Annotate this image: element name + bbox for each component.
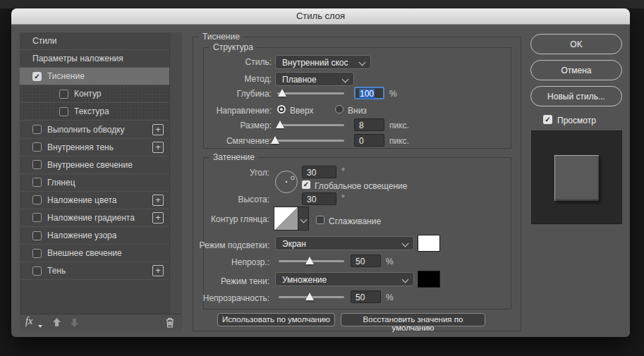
sidebar-item-11[interactable]: Наложение узора xyxy=(20,227,169,245)
depth-unit: % xyxy=(389,89,397,99)
sidebar-item-label: Выполнить обводку xyxy=(47,125,125,135)
add-effect-plus-icon[interactable]: + xyxy=(152,212,164,223)
shadow-opacity-thumb[interactable] xyxy=(305,293,314,300)
sidebar-item-8[interactable]: Глянец xyxy=(20,174,169,192)
direction-down-label[interactable]: Вниз xyxy=(348,106,367,116)
style-label: Стиль: xyxy=(166,57,272,67)
highlight-opacity-unit: % xyxy=(386,257,394,266)
altitude-field[interactable]: 30 xyxy=(302,192,336,205)
add-effect-plus-icon[interactable]: + xyxy=(152,142,164,153)
soften-slider-thumb[interactable] xyxy=(271,136,279,144)
shadow-color-swatch[interactable] xyxy=(418,271,440,288)
unchecked-checkbox-icon[interactable] xyxy=(32,249,42,258)
move-effect-down-icon[interactable] xyxy=(69,317,80,328)
direction-label: Направление: xyxy=(166,106,272,116)
sidebar-item-6[interactable]: Внутренняя тень+ xyxy=(20,139,169,156)
preview-checkbox-label[interactable]: Просмотр xyxy=(557,116,596,125)
angle-field[interactable]: 30 xyxy=(302,166,336,178)
depth-field[interactable]: 100 xyxy=(354,87,384,99)
checked-checkbox-icon[interactable]: ✓ xyxy=(32,72,42,81)
highlight-opacity-label: Непрозр.: xyxy=(164,257,269,267)
highlight-opacity-value: 50 xyxy=(356,257,365,266)
direction-down-radio[interactable] xyxy=(335,105,344,113)
sidebar-item-3[interactable]: Контур xyxy=(20,85,169,103)
style-dropdown-value: Внутренний скос xyxy=(282,58,348,68)
style-preview-thumbnail xyxy=(531,130,622,224)
dialog-titlebar[interactable]: Стиль слоя xyxy=(11,8,630,25)
gloss-contour-dropdown[interactable] xyxy=(298,207,309,231)
depth-slider-thumb[interactable] xyxy=(278,89,286,97)
sidebar-item-4[interactable]: Текстура xyxy=(20,103,169,121)
desktop-background xyxy=(0,0,644,8)
unchecked-checkbox-icon[interactable] xyxy=(32,231,42,240)
altitude-unit: ° xyxy=(341,193,345,203)
sidebar-item-label: Глянец xyxy=(47,178,75,188)
antialias-checkbox[interactable] xyxy=(316,216,324,224)
reset-to-default-button[interactable]: Восстановить значения по умолчанию xyxy=(341,313,485,326)
highlight-opacity-field[interactable]: 50 xyxy=(351,254,381,267)
highlight-opacity-thumb[interactable] xyxy=(305,257,314,264)
unchecked-checkbox-icon[interactable] xyxy=(59,107,68,116)
sidebar-item-5[interactable]: Выполнить обводку+ xyxy=(20,121,169,138)
unchecked-checkbox-icon[interactable] xyxy=(32,125,42,134)
preview-checkbox[interactable]: ✓ xyxy=(543,115,552,124)
sidebar-item-13[interactable]: Тень+ xyxy=(20,262,169,280)
sidebar-list: СтилиПараметры наложения✓ТиснениеКонтурТ… xyxy=(20,32,169,314)
unchecked-checkbox-icon[interactable] xyxy=(32,178,42,187)
styles-sidebar: СтилиПараметры наложения✓ТиснениеКонтурТ… xyxy=(20,32,182,331)
angle-field-value: 30 xyxy=(307,168,316,178)
unchecked-checkbox-icon[interactable] xyxy=(32,142,42,152)
style-dropdown[interactable]: Внутренний скос xyxy=(275,55,371,69)
gloss-contour-thumbnail[interactable] xyxy=(274,207,298,231)
depth-slider-track[interactable] xyxy=(277,92,344,94)
soften-field[interactable]: 0 xyxy=(354,134,384,147)
angle-dial[interactable] xyxy=(274,170,298,194)
add-effect-plus-icon[interactable]: + xyxy=(152,195,164,206)
sidebar-item-0[interactable]: Стили xyxy=(20,32,169,50)
direction-up-label[interactable]: Вверх xyxy=(290,106,313,116)
structure-group-title: Структура xyxy=(209,42,257,52)
new-style-button[interactable]: Новый стиль... xyxy=(530,86,622,106)
soften-slider-track[interactable] xyxy=(275,140,344,142)
shadow-mode-dropdown[interactable]: Умножение xyxy=(275,272,414,286)
fx-menu-button[interactable]: fx xyxy=(25,316,32,327)
add-effect-plus-icon[interactable]: + xyxy=(152,265,164,276)
use-as-default-button[interactable]: Использовать по умолчанию xyxy=(217,313,335,326)
global-light-checkbox[interactable]: ✓ xyxy=(302,180,310,189)
soften-field-value: 0 xyxy=(359,136,364,146)
sidebar-item-10[interactable]: Наложение градиента+ xyxy=(20,209,169,227)
unchecked-checkbox-icon[interactable] xyxy=(59,90,68,99)
add-effect-plus-icon[interactable]: + xyxy=(152,124,164,135)
sidebar-item-9[interactable]: Наложение цвета+ xyxy=(20,192,169,209)
direction-up-radio[interactable] xyxy=(277,105,286,113)
ok-button[interactable]: OK xyxy=(530,34,622,54)
highlight-color-swatch[interactable] xyxy=(418,235,440,252)
move-effect-up-icon[interactable] xyxy=(51,317,62,328)
preview-bevel-square xyxy=(554,155,599,201)
unchecked-checkbox-icon[interactable] xyxy=(32,195,42,204)
shadow-opacity-value: 50 xyxy=(356,293,365,302)
method-dropdown[interactable]: Плавное xyxy=(275,72,354,86)
dialog-title: Стиль слоя xyxy=(11,11,630,21)
sidebar-item-1[interactable]: Параметры наложения xyxy=(20,50,169,68)
sidebar-item-label: Тиснение xyxy=(47,71,85,81)
size-slider-track[interactable] xyxy=(277,124,344,126)
antialias-label[interactable]: Сглаживание xyxy=(329,216,381,226)
shadow-opacity-field[interactable]: 50 xyxy=(351,290,381,303)
cancel-button[interactable]: Отмена xyxy=(530,60,622,80)
size-field[interactable]: 8 xyxy=(354,118,384,131)
highlight-mode-value: Экран xyxy=(282,239,306,249)
unchecked-checkbox-icon[interactable] xyxy=(32,266,42,276)
highlight-mode-dropdown[interactable]: Экран xyxy=(275,236,414,250)
size-slider-thumb[interactable] xyxy=(276,121,284,128)
sidebar-item-12[interactable]: Внешнее свечение xyxy=(20,245,169,262)
sidebar-item-7[interactable]: Внутреннее свечение xyxy=(20,156,169,174)
unchecked-checkbox-icon[interactable] xyxy=(32,213,42,222)
unchecked-checkbox-icon[interactable] xyxy=(32,160,42,169)
shadow-mode-label: Режим тени: xyxy=(164,276,269,286)
delete-effect-icon[interactable] xyxy=(165,317,175,329)
altitude-field-value: 30 xyxy=(307,195,316,204)
global-light-label[interactable]: Глобальное освещение xyxy=(315,181,407,191)
sidebar-item-2[interactable]: ✓Тиснение xyxy=(20,68,169,85)
gloss-contour-label: Контур глянца: xyxy=(164,214,269,224)
